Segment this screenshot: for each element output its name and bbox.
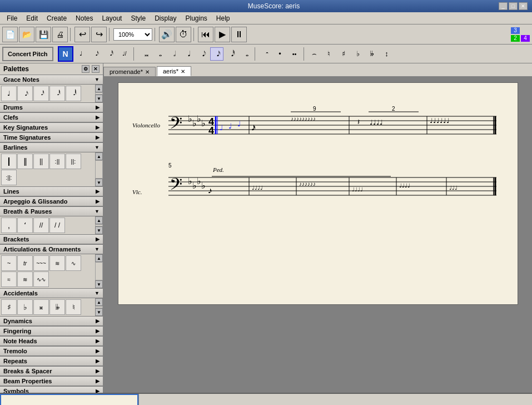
barlines-scroll-down[interactable]: ▼ <box>95 179 103 186</box>
artic-scroll-down[interactable]: ▼ <box>95 280 103 288</box>
duration-64th[interactable]: 𝅜 <box>138 47 151 61</box>
volume-button[interactable]: 🔊 <box>159 27 175 42</box>
accidental-natural[interactable]: ♮ <box>322 47 336 61</box>
dot-button[interactable]: • <box>274 47 287 61</box>
save-button[interactable]: 💾 <box>36 27 51 42</box>
palette-title-grace-notes[interactable]: Grace Notes ▼ <box>0 75 103 85</box>
acc-item-double-sharp[interactable]: 𝄪 <box>33 299 49 315</box>
duration-32nd[interactable]: 𝅝 <box>152 47 166 61</box>
redo-button[interactable]: ↪ <box>91 27 107 42</box>
breath-scroll-down[interactable]: ▼ <box>95 226 103 234</box>
play-button[interactable]: ▶ <box>215 27 230 42</box>
accidental-double-flat[interactable]: 𝄫 <box>366 47 379 61</box>
duration-half[interactable]: 𝅘𝅥𝅯 <box>210 47 223 61</box>
barline-item-3[interactable]: || <box>33 154 49 169</box>
palette-title-lines[interactable]: Lines ▶ <box>0 187 103 196</box>
artic-item-2[interactable]: tr <box>17 255 33 271</box>
acc-item-sharp[interactable]: ♯ <box>1 299 17 315</box>
pause-button[interactable]: ⏸ <box>231 27 247 42</box>
artic-item-8[interactable]: ∿∿ <box>33 271 49 287</box>
duration-8th[interactable]: 𝅘𝅥 <box>181 47 195 61</box>
duration-16th[interactable]: 𝅗𝅥 <box>167 47 180 61</box>
grace-notes-scroll-up[interactable]: ▲ <box>95 85 103 92</box>
acc-item-flat[interactable]: ♭ <box>17 299 33 315</box>
score-area[interactable]: Violoncello 𝄢 ♭ ♭ ♭ ♭ 4 4 <box>103 77 532 393</box>
zoom-select[interactable]: 100% 50% 75% 150% 200% <box>113 28 152 41</box>
grace-note-slash-button[interactable]: ♩/ <box>118 47 131 61</box>
barline-item-1[interactable]: | <box>1 154 17 169</box>
note-input-mode-button[interactable]: N <box>58 46 73 62</box>
grace-note-item-4[interactable]: 𝅘𝅥𝅱 <box>49 86 65 101</box>
new-button[interactable]: 📄 <box>2 27 18 42</box>
palette-title-time-signatures[interactable]: Time Signatures ▶ <box>0 133 103 142</box>
breath-item-4[interactable]: / / <box>49 218 65 233</box>
grace-note-item-1[interactable]: ♩ <box>1 86 17 101</box>
menu-help[interactable]: Help <box>212 13 235 23</box>
concert-pitch-button[interactable]: Concert Pitch <box>2 47 53 61</box>
artic-item-1[interactable]: ~ <box>1 255 17 271</box>
menu-plugins[interactable]: Plugins <box>181 13 212 23</box>
menu-display[interactable]: Display <box>150 13 181 23</box>
maximize-button[interactable]: □ <box>509 2 518 10</box>
artic-item-4[interactable]: ≋ <box>49 255 65 271</box>
accidental-sharp[interactable]: ♯ <box>337 47 350 61</box>
breath-item-1[interactable]: , <box>1 218 17 233</box>
acc-item-double-flat[interactable]: 𝄫 <box>49 299 65 315</box>
breath-item-2[interactable]: ʻ <box>17 218 33 233</box>
barline-item-4[interactable]: :|| <box>49 154 65 169</box>
minimize-button[interactable]: _ <box>499 2 508 10</box>
acc-item-natural[interactable]: ♮ <box>66 299 81 315</box>
tab-promenade[interactable]: promenade* ✕ <box>103 67 156 76</box>
palette-title-fingering[interactable]: Fingering ▶ <box>0 327 103 336</box>
palette-title-beam-properties[interactable]: Beam Properties ▶ <box>0 377 103 386</box>
menu-notes[interactable]: Notes <box>71 13 97 23</box>
palette-title-repeats[interactable]: Repeats ▶ <box>0 357 103 366</box>
artic-scroll-up[interactable]: ▲ <box>95 254 103 262</box>
tie-button[interactable]: ⌢ <box>308 47 321 61</box>
tab-promenade-close[interactable]: ✕ <box>145 69 150 75</box>
palette-title-accidentals[interactable]: Accidentals ▼ <box>0 289 103 298</box>
duration-whole[interactable]: 𝅘𝅥𝅰 <box>225 47 238 61</box>
menu-file[interactable]: File <box>2 13 22 23</box>
palette-title-barlines[interactable]: Barlines ▼ <box>0 143 103 152</box>
barline-item-2[interactable]: ‖ <box>17 154 33 169</box>
palette-title-dynamics[interactable]: Dynamics ▶ <box>0 317 103 326</box>
flip-stem-button[interactable]: ↕ <box>380 47 394 61</box>
artic-item-3[interactable]: ~~~ <box>33 255 49 271</box>
palette-settings-button[interactable]: ⚙ <box>82 65 90 73</box>
acc-scroll-down[interactable]: ▼ <box>95 308 103 316</box>
barline-item-6[interactable]: :||: <box>1 170 17 185</box>
window-controls[interactable]: _ □ ✕ <box>499 2 528 10</box>
barlines-scroll-up[interactable]: ▲ <box>95 152 103 160</box>
menu-layout[interactable]: Layout <box>97 13 126 23</box>
palette-title-breath-pauses[interactable]: Breath & Pauses ▼ <box>0 207 103 216</box>
grace-note-item-3[interactable]: 𝅘𝅥𝅰 <box>33 86 49 101</box>
artic-item-5[interactable]: ∿ <box>66 255 81 271</box>
open-button[interactable]: 📂 <box>19 27 34 42</box>
artic-item-7[interactable]: ≋ <box>17 271 33 287</box>
rest-button[interactable]: 𝄼 <box>259 47 272 61</box>
rewind-button[interactable]: ⏮ <box>198 27 213 42</box>
palette-title-articulations[interactable]: Articulations & Ornaments ▼ <box>0 245 103 254</box>
grace-notes-scroll-down[interactable]: ▼ <box>95 95 103 102</box>
double-dot-button[interactable]: •• <box>288 47 301 61</box>
metronome-button[interactable]: ⏱ <box>176 27 191 42</box>
menu-create[interactable]: Create <box>42 13 71 23</box>
palette-title-breaks-spacer[interactable]: Breaks & Spacer ▶ <box>0 367 103 376</box>
undo-button[interactable]: ↩ <box>74 27 90 42</box>
close-button[interactable]: ✕ <box>519 2 528 10</box>
artic-item-6[interactable]: ≈ <box>1 271 17 287</box>
grace-note-32nd-button[interactable]: 𝅘𝅥𝅰 <box>103 47 117 61</box>
print-button[interactable]: 🖨 <box>52 27 68 42</box>
palette-title-key-signatures[interactable]: Key Signatures ▶ <box>0 123 103 132</box>
tab-aeris-close[interactable]: ✕ <box>181 68 185 75</box>
palette-title-drums[interactable]: Drums ▶ <box>0 103 103 112</box>
duration-double-whole[interactable]: 𝅝 <box>239 47 252 61</box>
menu-style[interactable]: Style <box>126 13 150 23</box>
palette-title-symbols[interactable]: Symbols ▶ <box>0 387 103 393</box>
palette-title-arpeggio[interactable]: Arpeggio & Glissando ▶ <box>0 197 103 206</box>
breath-item-3[interactable]: // <box>33 218 49 233</box>
acc-scroll-up[interactable]: ▲ <box>95 298 103 306</box>
palette-title-tremolo[interactable]: Tremolo ▶ <box>0 347 103 356</box>
grace-note-item-5[interactable]: 𝅘𝅥𝅲 <box>66 86 81 101</box>
